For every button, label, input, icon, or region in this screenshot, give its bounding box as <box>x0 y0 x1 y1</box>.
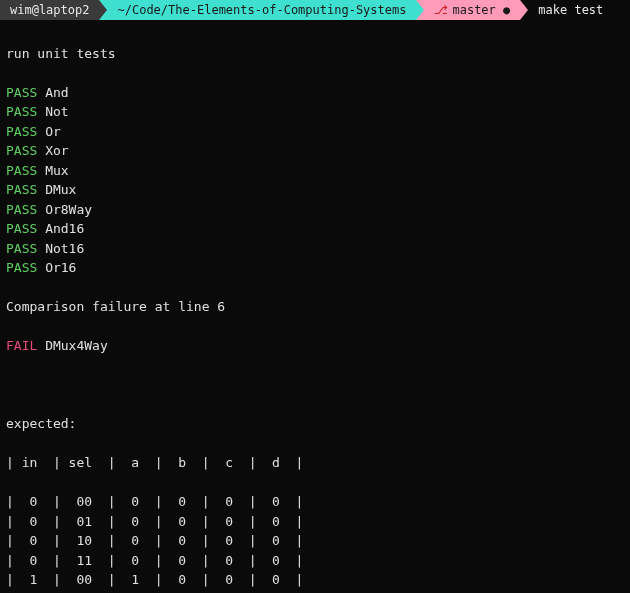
test-fail-line: FAIL DMux4Way <box>6 336 624 356</box>
comparison-failure: Comparison failure at line 6 <box>6 297 624 317</box>
pass-test-name: Xor <box>37 143 68 158</box>
pass-test-name: DMux <box>37 182 76 197</box>
test-pass-line: PASS Or16 <box>6 258 624 278</box>
prompt-user: wim@laptop2 <box>0 0 99 20</box>
separator-icon <box>520 0 528 20</box>
dirty-indicator-icon: ● <box>503 3 510 17</box>
branch-name: master <box>452 3 495 17</box>
pass-label: PASS <box>6 124 37 139</box>
separator-icon <box>416 0 424 20</box>
test-pass-line: PASS Or <box>6 122 624 142</box>
test-pass-line: PASS And <box>6 83 624 103</box>
expected-title: expected: <box>6 414 624 434</box>
intro-line: run unit tests <box>6 44 624 64</box>
prompt-statusline: wim@laptop2 ~/Code/The-Elements-of-Compu… <box>0 0 630 20</box>
pass-label: PASS <box>6 241 37 256</box>
blank-line <box>6 375 624 395</box>
test-pass-line: PASS Not <box>6 102 624 122</box>
prompt-branch: ⎇master ● <box>424 0 520 20</box>
test-pass-line: PASS And16 <box>6 219 624 239</box>
table-row: | 1 | 01 | 0 | 1 | 0 | 0 | <box>6 590 624 594</box>
pass-test-name: Not16 <box>37 241 84 256</box>
pass-test-name: Or16 <box>37 260 76 275</box>
expected-header: | in | sel | a | b | c | d | <box>6 453 624 473</box>
pass-label: PASS <box>6 221 37 236</box>
test-pass-line: PASS Or8Way <box>6 200 624 220</box>
prompt-command[interactable]: make test <box>528 0 630 20</box>
pass-test-name: And <box>37 85 68 100</box>
terminal-output[interactable]: run unit tests PASS AndPASS NotPASS OrPA… <box>0 20 630 593</box>
pass-label: PASS <box>6 202 37 217</box>
table-row: | 0 | 11 | 0 | 0 | 0 | 0 | <box>6 551 624 571</box>
table-row: | 0 | 01 | 0 | 0 | 0 | 0 | <box>6 512 624 532</box>
prompt-path: ~/Code/The-Elements-of-Computing-Systems <box>107 0 416 20</box>
test-pass-line: PASS Mux <box>6 161 624 181</box>
git-branch-icon: ⎇ <box>434 3 448 17</box>
table-row: | 0 | 00 | 0 | 0 | 0 | 0 | <box>6 492 624 512</box>
pass-label: PASS <box>6 163 37 178</box>
fail-label: FAIL <box>6 338 37 353</box>
pass-test-name: Or <box>37 124 60 139</box>
separator-icon <box>99 0 107 20</box>
pass-test-name: Mux <box>37 163 68 178</box>
table-row: | 0 | 10 | 0 | 0 | 0 | 0 | <box>6 531 624 551</box>
pass-label: PASS <box>6 143 37 158</box>
pass-label: PASS <box>6 85 37 100</box>
pass-test-name: Not <box>37 104 68 119</box>
test-pass-line: PASS Xor <box>6 141 624 161</box>
fail-test-name: DMux4Way <box>45 338 108 353</box>
test-pass-line: PASS DMux <box>6 180 624 200</box>
table-row: | 1 | 00 | 1 | 0 | 0 | 0 | <box>6 570 624 590</box>
pass-test-name: And16 <box>37 221 84 236</box>
test-pass-line: PASS Not16 <box>6 239 624 259</box>
pass-test-name: Or8Way <box>37 202 92 217</box>
pass-label: PASS <box>6 104 37 119</box>
pass-label: PASS <box>6 182 37 197</box>
pass-label: PASS <box>6 260 37 275</box>
